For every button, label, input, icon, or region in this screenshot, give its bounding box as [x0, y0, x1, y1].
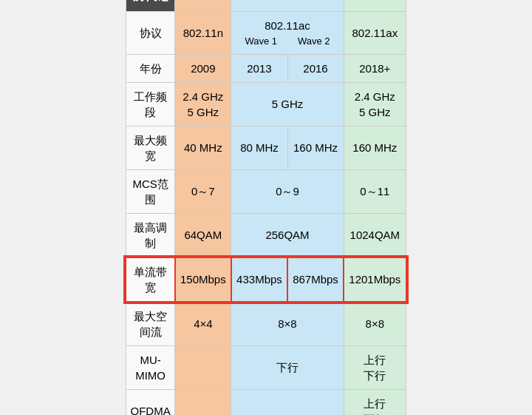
row-year: 年份 2009 2013 2016 2018+: [126, 54, 406, 82]
wifi4-mcs: 0～7: [175, 169, 231, 213]
wifi4-year: 2009: [175, 54, 231, 82]
label-max-bw: 最大频宽: [126, 126, 174, 169]
wifi6-freq-line2: 5 GHz: [347, 104, 403, 120]
label-mod: 最高调制: [126, 213, 174, 257]
wifi6-mu-mimo-line1: 上行: [347, 352, 403, 368]
wifi5-mod: 256QAM: [231, 213, 344, 257]
wifi6-mu-mimo: 上行 下行: [344, 345, 406, 389]
wifi6-ofdma-line1: 上行: [347, 396, 403, 411]
wave2-label: Wave 2: [298, 35, 330, 48]
col-header-wifi4: Wi-Fi 4: [175, 0, 231, 11]
subheader-protocol-row: 协议 802.11n 802.11ac Wave 1 Wave 2 802.11…: [126, 11, 406, 54]
row-max-bandwidth: 最大频宽 40 MHz 80 MHz 160 MHz 160 MHz: [126, 126, 406, 169]
label-protocol: 协议: [126, 11, 174, 54]
wifi4-freq-line2: 5 GHz: [178, 104, 228, 120]
wifi5-protocol: 802.11ac Wave 1 Wave 2: [231, 11, 344, 54]
wifi6-freq: 2.4 GHz 5 GHz: [344, 82, 406, 126]
wave1-label: Wave 1: [245, 35, 277, 48]
label-mcs: MCS范围: [126, 169, 174, 213]
wifi5-wave2-bw: 160 MHz: [287, 126, 344, 169]
label-freq-band: 工作频段: [126, 82, 174, 126]
wifi5-protocol-main: 802.11ac: [234, 18, 340, 33]
wifi5-protocol-sub: Wave 1 Wave 2: [234, 35, 340, 48]
label-spatial: 最大空间流: [126, 302, 174, 346]
wifi5-wave1-bw: 80 MHz: [231, 126, 287, 169]
wifi6-mod: 1024QAM: [344, 213, 406, 257]
wifi5-wave2-year: 2016: [287, 54, 344, 82]
wifi4-spatial: 4×4: [175, 302, 231, 346]
main-header-row: 历代记 Wi-Fi 4 Wi-Fi 5 Wi-Fi 6: [126, 0, 406, 11]
wifi5-wave1-year: 2013: [231, 54, 287, 82]
wifi4-single-stream: 150Mbps: [175, 257, 231, 302]
wifi6-ofdma: 上行 下行: [344, 389, 406, 415]
wifi5-mu-mimo: 下行: [231, 345, 344, 389]
wifi4-mu-mimo: [175, 345, 231, 389]
wifi-comparison-table: 历代记 Wi-Fi 4 Wi-Fi 5 Wi-Fi 6 协议 802.11n 8…: [125, 0, 406, 415]
col-header-label: 历代记: [126, 0, 174, 11]
wifi6-freq-line1: 2.4 GHz: [347, 89, 403, 104]
wifi6-mcs: 0～11: [344, 169, 406, 213]
wifi4-mod: 64QAM: [175, 213, 231, 257]
row-modulation: 最高调制 64QAM 256QAM 1024QAM: [126, 213, 406, 257]
col-header-wifi5: Wi-Fi 5: [231, 0, 344, 11]
row-spatial: 最大空间流 4×4 8×8 8×8: [126, 302, 406, 346]
wifi4-freq-line1: 2.4 GHz: [178, 89, 228, 104]
wifi5-freq: 5 GHz: [231, 82, 344, 126]
wifi5-wave1-single: 433Mbps: [231, 257, 287, 302]
wifi4-freq: 2.4 GHz 5 GHz: [175, 82, 231, 126]
wifi5-spatial: 8×8: [231, 302, 344, 346]
wifi6-single-stream: 1201Mbps: [344, 257, 406, 302]
row-mu-mimo: MU-MIMO 下行 上行 下行: [126, 345, 406, 389]
comparison-table-container: 历代记 Wi-Fi 4 Wi-Fi 5 Wi-Fi 6 协议 802.11n 8…: [125, 0, 406, 415]
wifi4-ofdma: [175, 389, 231, 415]
wifi6-year: 2018+: [344, 54, 406, 82]
wifi6-protocol: 802.11ax: [344, 11, 406, 54]
wifi5-ofdma: [231, 389, 344, 415]
label-ofdma: OFDMA: [126, 389, 174, 415]
wifi5-wave2-single: 867Mbps: [287, 257, 344, 302]
label-single-stream: 单流带宽: [126, 257, 174, 302]
row-single-stream: 单流带宽 150Mbps 433Mbps 867Mbps 1201Mbps: [126, 257, 406, 302]
wifi4-protocol: 802.11n: [175, 11, 231, 54]
wifi5-mcs: 0～9: [231, 169, 344, 213]
wifi6-max-bw: 160 MHz: [344, 126, 406, 169]
row-freq-band: 工作频段 2.4 GHz 5 GHz 5 GHz 2.4 GHz 5 GHz: [126, 82, 406, 126]
label-year: 年份: [126, 54, 174, 82]
col-header-wifi6: Wi-Fi 6: [344, 0, 406, 11]
wifi6-mu-mimo-line2: 下行: [347, 368, 403, 383]
wifi4-max-bw: 40 MHz: [175, 126, 231, 169]
row-ofdma: OFDMA 上行 下行: [126, 389, 406, 415]
row-mcs: MCS范围 0～7 0～9 0～11: [126, 169, 406, 213]
wifi6-spatial: 8×8: [344, 302, 406, 346]
label-mu-mimo: MU-MIMO: [126, 345, 174, 389]
